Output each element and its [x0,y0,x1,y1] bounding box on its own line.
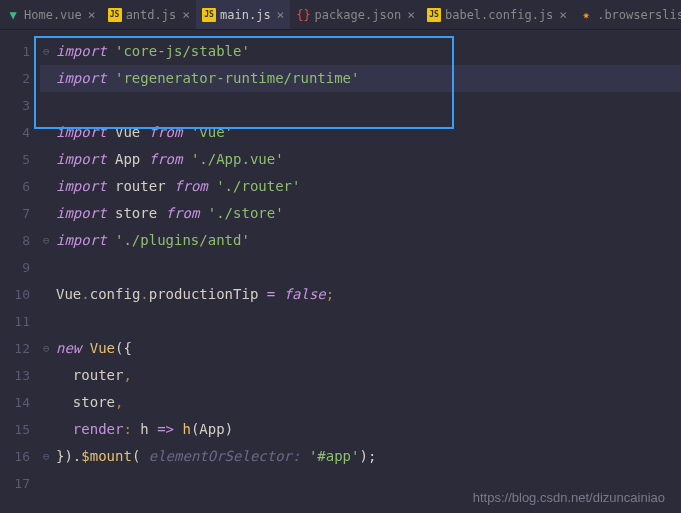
fold-icon[interactable]: ⊖ [43,38,50,65]
watermark: https://blog.csdn.net/dizuncainiao [473,490,665,505]
tab-label: main.js [220,8,271,22]
fold-icon[interactable]: ⊖ [43,335,50,362]
line-number: 2 [0,65,30,92]
vue-icon: ▼ [6,8,20,22]
code-line: router, [40,362,681,389]
line-number: 8 [0,227,30,254]
tab-label: antd.js [126,8,177,22]
line-number: 4 [0,119,30,146]
tab-label: babel.config.js [445,8,553,22]
line-number: 15 [0,416,30,443]
tab-main-js[interactable]: JS main.js × [196,0,290,29]
line-number: 6 [0,173,30,200]
tab-label: package.json [314,8,401,22]
tab-home-vue[interactable]: ▼ Home.vue × [0,0,102,29]
line-number: 11 [0,308,30,335]
line-gutter: 1 2 3 4 5 6 7 8 9 10 11 12 13 14 15 16 1… [0,30,40,513]
fold-icon[interactable]: ⊖ [43,227,50,254]
close-icon[interactable]: × [559,7,567,22]
line-number: 1 [0,38,30,65]
code-editor[interactable]: 1 2 3 4 5 6 7 8 9 10 11 12 13 14 15 16 1… [0,30,681,513]
code-line: Vue.config.productionTip = false; [40,281,681,308]
line-number: 12 [0,335,30,362]
line-number: 10 [0,281,30,308]
line-number: 5 [0,146,30,173]
tab-babel-config[interactable]: JS babel.config.js × [421,0,573,29]
code-line: render: h => h(App) [40,416,681,443]
line-number: 3 [0,92,30,119]
line-number: 17 [0,470,30,497]
line-number: 9 [0,254,30,281]
close-icon[interactable]: × [88,7,96,22]
code-line: store, [40,389,681,416]
fold-icon[interactable]: ⊖ [43,443,50,470]
code-line: ⊖}).$mount( elementOrSelector: '#app'); [40,443,681,470]
code-line: import App from './App.vue' [40,146,681,173]
code-line [40,254,681,281]
line-number: 16 [0,443,30,470]
line-number: 7 [0,200,30,227]
code-line [40,308,681,335]
tab-label: .browserslistrc [597,8,681,22]
code-line: ⊖import './plugins/antd' [40,227,681,254]
tab-browserslist[interactable]: ✷ .browserslistrc × [573,0,681,29]
close-icon[interactable]: × [277,7,285,22]
js-icon: JS [427,8,441,22]
code-area[interactable]: ⊖import 'core-js/stable' import 'regener… [40,30,681,513]
code-line: ⊖import 'core-js/stable' [40,38,681,65]
close-icon[interactable]: × [407,7,415,22]
js-icon: JS [202,8,216,22]
code-line: import router from './router' [40,173,681,200]
browserslist-icon: ✷ [579,8,593,22]
code-line [40,92,681,119]
code-line: import Vue from 'vue' [40,119,681,146]
code-line: ⊖new Vue({ [40,335,681,362]
tab-package-json[interactable]: {} package.json × [290,0,421,29]
code-line: import 'regenerator-runtime/runtime' [40,65,681,92]
tab-antd-js[interactable]: JS antd.js × [102,0,196,29]
code-line: import store from './store' [40,200,681,227]
json-icon: {} [296,8,310,22]
line-number: 13 [0,362,30,389]
editor-tabs: ▼ Home.vue × JS antd.js × JS main.js × {… [0,0,681,30]
tab-label: Home.vue [24,8,82,22]
close-icon[interactable]: × [182,7,190,22]
js-icon: JS [108,8,122,22]
line-number: 14 [0,389,30,416]
